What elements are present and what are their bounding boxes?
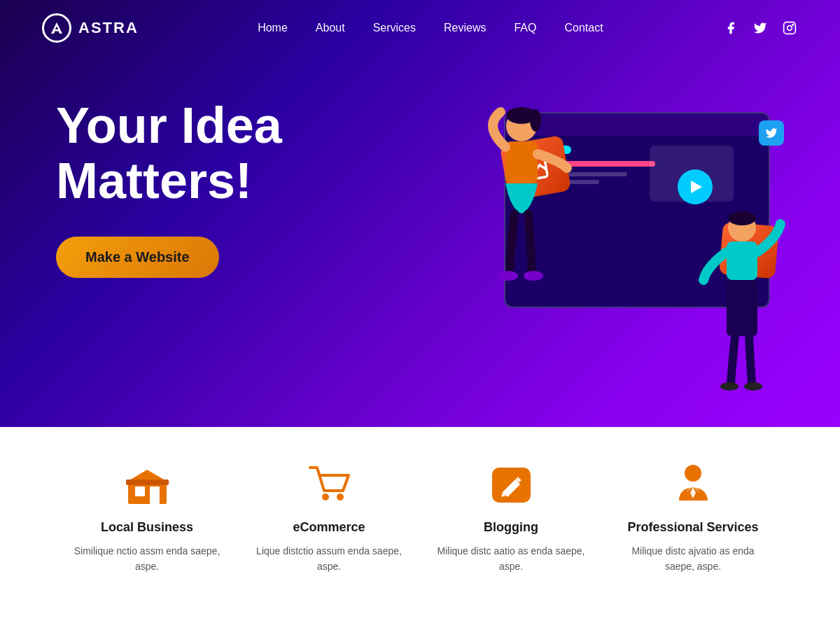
feature-title-blogging: Blogging	[484, 520, 538, 535]
feature-desc-local-business: Similique nctio assm enda saepe, aspe.	[70, 543, 224, 575]
woman-figure	[469, 105, 581, 329]
play-triangle	[691, 181, 702, 193]
pencil-icon	[486, 462, 536, 507]
svg-rect-14	[727, 280, 757, 336]
logo[interactable]: ASTRA	[42, 13, 139, 43]
svg-rect-20	[126, 479, 169, 485]
svg-rect-13	[727, 241, 757, 280]
store-icon	[122, 462, 172, 507]
feature-desc-blogging: Milique distc aatio as enda saepe, aspe.	[434, 543, 588, 575]
hero-title: Your Idea Matters!	[56, 98, 282, 209]
feature-blogging: Blogging Milique distc aatio as enda sae…	[434, 462, 588, 575]
nav-home[interactable]: Home	[258, 22, 288, 34]
logo-icon	[42, 13, 71, 43]
cta-button[interactable]: Make a Website	[56, 237, 219, 278]
svg-rect-19	[150, 486, 160, 504]
svg-point-16	[744, 382, 762, 391]
twitter-float-badge	[759, 120, 784, 146]
svg-point-10	[524, 271, 543, 281]
svg-point-1	[788, 26, 792, 31]
feature-professional-services: Professional Services Milique distc ajva…	[616, 462, 770, 575]
svg-point-9	[498, 271, 518, 281]
nav-contact[interactable]: Contact	[564, 22, 603, 34]
svg-point-24	[685, 465, 701, 482]
main-nav: Home About Services Reviews FAQ Contact	[258, 22, 603, 34]
hero-section: ASTRA Home About Services Reviews FAQ Co…	[0, 0, 840, 427]
svg-point-12	[728, 211, 756, 225]
svg-rect-18	[135, 486, 145, 496]
svg-point-15	[720, 382, 738, 391]
feature-local-business: Local Business Similique nctio assm enda…	[70, 462, 224, 575]
logo-text: ASTRA	[78, 19, 139, 37]
feature-desc-ecommerce: Lique distctio assum enda saepe, aspe.	[252, 543, 406, 575]
feature-title-local-business: Local Business	[101, 520, 193, 535]
person-tie-icon	[668, 462, 718, 507]
header: ASTRA Home About Services Reviews FAQ Co…	[0, 0, 840, 56]
svg-point-22	[337, 493, 344, 500]
nav-services[interactable]: Services	[373, 22, 416, 34]
feature-desc-professional-services: Milique distc ajvatio as enda saepe, asp…	[616, 543, 770, 575]
hero-content: Your Idea Matters! Make a Website	[56, 98, 282, 278]
hero-illustration	[448, 70, 798, 406]
nav-faq[interactable]: FAQ	[514, 22, 536, 34]
cart-icon	[304, 462, 354, 507]
svg-point-2	[792, 24, 794, 26]
twitter-icon[interactable]	[752, 20, 769, 36]
nav-reviews[interactable]: Reviews	[444, 22, 486, 34]
facebook-icon[interactable]	[722, 20, 739, 36]
instagram-icon[interactable]	[781, 20, 798, 36]
feature-ecommerce: eCommerce Lique distctio assum enda saep…	[252, 462, 406, 575]
svg-rect-0	[784, 22, 796, 34]
play-button	[678, 169, 713, 204]
feature-title-professional-services: Professional Services	[627, 520, 758, 535]
social-icons	[722, 20, 798, 36]
feature-title-ecommerce: eCommerce	[293, 520, 365, 535]
svg-point-21	[322, 493, 329, 500]
svg-point-7	[530, 109, 541, 132]
man-figure	[693, 210, 791, 392]
nav-about[interactable]: About	[316, 22, 345, 34]
features-section: Local Business Similique nctio assm enda…	[0, 427, 840, 630]
